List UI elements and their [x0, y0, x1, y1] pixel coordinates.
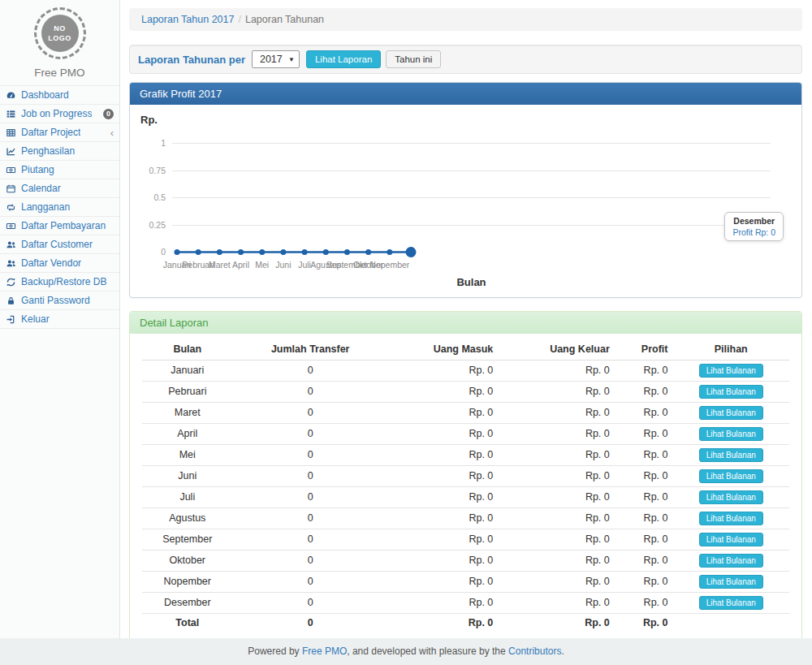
- lihat-bulanan-button[interactable]: Lihat Bulanan: [699, 385, 763, 399]
- lihat-bulanan-button[interactable]: Lihat Bulanan: [699, 554, 763, 568]
- data-point-oktober[interactable]: [365, 249, 371, 255]
- data-point-juli[interactable]: [302, 249, 308, 255]
- cell-jumlah_transfer: 0: [233, 424, 388, 445]
- sidebar-item-label: Daftar Vendor: [21, 257, 81, 269]
- cell-bulan: Mei: [142, 445, 233, 466]
- users-icon: [6, 258, 17, 269]
- layout: NO LOGO Free PMO DashboardJob on Progres…: [0, 0, 812, 638]
- y-tick-label: 1: [130, 138, 166, 148]
- sidebar-item-keluar[interactable]: Keluar: [0, 310, 119, 329]
- chart-tooltip-title: Desember: [732, 216, 775, 226]
- cell-jumlah_transfer: 0: [233, 445, 388, 466]
- data-point-agustus[interactable]: [323, 249, 329, 255]
- lihat-laporan-button[interactable]: Lihat Laporan: [306, 50, 381, 68]
- cell-pilihan: Lihat Bulanan: [673, 593, 790, 614]
- column-header-uang-keluar: Uang Keluar: [498, 339, 614, 361]
- cell-uang_masuk: Rp. 0: [388, 529, 498, 551]
- cell-bulan: Januari: [142, 361, 233, 382]
- sidebar-item-piutang[interactable]: Piutang: [0, 161, 119, 179]
- sidebar-item-daftar-pembayaran[interactable]: Daftar Pembayaran: [0, 217, 119, 235]
- data-point-juni[interactable]: [280, 249, 286, 255]
- cell-uang_masuk: Rp. 0: [388, 487, 498, 508]
- data-point-januari[interactable]: [175, 249, 180, 255]
- cell-profit: Rp. 0: [615, 572, 673, 593]
- cell-uang_keluar: Rp. 0: [498, 529, 614, 551]
- sidebar: NO LOGO Free PMO DashboardJob on Progres…: [0, 0, 120, 638]
- data-point-pebruari[interactable]: [196, 249, 201, 255]
- y-tick-label: 0.5: [130, 192, 166, 202]
- profit-chart-panel: Grafik Profit 2017 Rp. 10.750.50.250Janu…: [129, 82, 802, 298]
- cell-uang_keluar: Rp. 0: [498, 487, 614, 508]
- chart-tooltip-value: Profit Rp: 0: [732, 227, 775, 237]
- sidebar-item-backup-restore-db[interactable]: Backup/Restore DB: [0, 273, 119, 291]
- data-point-maret[interactable]: [217, 249, 222, 255]
- cell-uang_keluar: Rp. 0: [498, 614, 614, 633]
- sidebar-item-penghasilan[interactable]: Penghasilan: [0, 142, 119, 161]
- brand-name: Free PMO: [0, 67, 119, 79]
- sidebar-item-label: Piutang: [21, 164, 54, 175]
- line-chart-icon: [6, 146, 17, 157]
- cell-profit: Rp. 0: [615, 551, 673, 572]
- contributors-link[interactable]: Contributors: [508, 646, 561, 657]
- cell-profit: Rp. 0: [615, 593, 673, 614]
- lihat-bulanan-button[interactable]: Lihat Bulanan: [699, 364, 763, 378]
- cell-profit: Rp. 0: [615, 508, 673, 529]
- detail-laporan-panel: Detail Laporan BulanJumlah TransferUang …: [129, 311, 802, 644]
- cell-bulan: Oktober: [142, 551, 233, 572]
- cell-uang_masuk: Rp. 0: [388, 403, 498, 424]
- cell-uang_masuk: Rp. 0: [388, 445, 498, 466]
- sidebar-item-label: Keluar: [21, 313, 50, 325]
- column-header-bulan: Bulan: [142, 339, 233, 361]
- data-point-nopember[interactable]: [387, 249, 392, 255]
- sidebar-item-dashboard[interactable]: Dashboard: [0, 86, 119, 105]
- lihat-bulanan-button[interactable]: Lihat Bulanan: [699, 427, 763, 441]
- cell-pilihan: Lihat Bulanan: [673, 572, 790, 593]
- main-content: Laporan Tahun 2017/Laporan Tahunan Lapor…: [120, 0, 812, 638]
- breadcrumb-link[interactable]: Laporan Tahun 2017: [141, 14, 234, 25]
- cell-pilihan: Lihat Bulanan: [673, 445, 790, 466]
- cell-profit: Rp. 0: [615, 445, 673, 466]
- lihat-bulanan-button[interactable]: Lihat Bulanan: [699, 533, 763, 546]
- sidebar-item-daftar-project[interactable]: Daftar Project‹: [0, 123, 119, 142]
- data-point-mei[interactable]: [259, 249, 265, 255]
- cell-pilihan: Lihat Bulanan: [673, 424, 790, 445]
- free-pmo-link[interactable]: Free PMO: [302, 646, 347, 657]
- sidebar-item-label: Dashboard: [21, 89, 69, 101]
- cell-pilihan: Lihat Bulanan: [673, 487, 790, 508]
- lihat-bulanan-button[interactable]: Lihat Bulanan: [699, 469, 763, 483]
- footer-text: Powered by: [248, 646, 302, 657]
- sidebar-item-label: Backup/Restore DB: [21, 276, 106, 287]
- sidebar-item-job-on-progress[interactable]: Job on Progress0: [0, 105, 119, 123]
- lihat-bulanan-button[interactable]: Lihat Bulanan: [699, 512, 763, 525]
- cell-profit: Rp. 0: [615, 382, 673, 403]
- lihat-bulanan-button[interactable]: Lihat Bulanan: [699, 406, 763, 420]
- year-select[interactable]: 2017: [252, 50, 300, 68]
- data-point-desember[interactable]: [406, 247, 417, 257]
- breadcrumb-separator: /: [238, 14, 240, 25]
- sidebar-item-langganan[interactable]: Langganan: [0, 198, 119, 217]
- cell-uang_masuk: Rp. 0: [388, 424, 498, 445]
- lihat-bulanan-button[interactable]: Lihat Bulanan: [699, 575, 763, 589]
- filter-bar: Laporan Tahunan per 2017 ▼ Lihat Laporan…: [129, 45, 802, 74]
- y-tick-label: 0.75: [130, 166, 166, 175]
- cell-uang_keluar: Rp. 0: [498, 445, 614, 466]
- cell-bulan: Juli: [142, 487, 233, 508]
- lock-icon: [6, 296, 17, 306]
- y-tick-label: 0: [130, 247, 166, 257]
- sidebar-item-calendar[interactable]: Calendar: [0, 179, 119, 198]
- lihat-bulanan-button[interactable]: Lihat Bulanan: [699, 448, 763, 462]
- lihat-bulanan-button[interactable]: Lihat Bulanan: [699, 596, 763, 610]
- lihat-bulanan-button[interactable]: Lihat Bulanan: [699, 490, 763, 504]
- sidebar-item-label: Langganan: [21, 201, 70, 213]
- year-select-wrap: 2017 ▼: [252, 50, 300, 68]
- tahun-ini-button[interactable]: Tahun ini: [386, 50, 441, 68]
- sidebar-item-daftar-customer[interactable]: Daftar Customer: [0, 235, 119, 254]
- sidebar-item-ganti-password[interactable]: Ganti Password: [0, 291, 119, 310]
- data-point-september[interactable]: [344, 249, 350, 255]
- sidebar-menu: DashboardJob on Progress0Daftar Project‹…: [0, 85, 119, 329]
- data-point-april[interactable]: [238, 249, 244, 255]
- table-row: Oktober0Rp. 0Rp. 0Rp. 0Lihat Bulanan: [142, 551, 789, 572]
- table-row: Desember0Rp. 0Rp. 0Rp. 0Lihat Bulanan: [142, 593, 789, 614]
- cell-uang_keluar: Rp. 0: [498, 382, 614, 403]
- sidebar-item-daftar-vendor[interactable]: Daftar Vendor: [0, 254, 119, 273]
